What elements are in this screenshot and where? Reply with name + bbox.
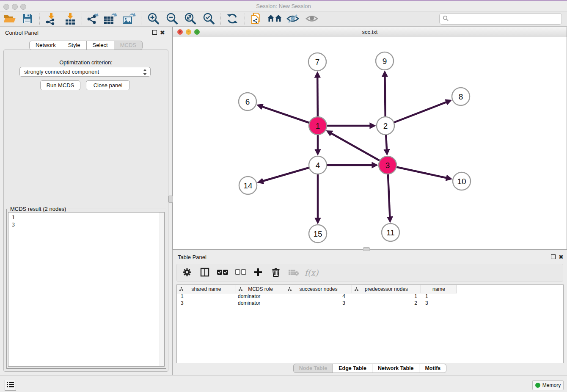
table-cell[interactable]: 1 (421, 293, 457, 300)
mcds-result-title: MCDS result (2 nodes) (8, 206, 68, 212)
memory-label: Memory (542, 382, 561, 388)
graph-node-label-6: 6 (245, 97, 250, 106)
graph-edge-2-8[interactable] (385, 102, 448, 126)
table-panel: Table Panel ✖ (173, 251, 567, 375)
graph-node-label-1: 1 (316, 121, 320, 130)
column-header-label: name (432, 286, 445, 292)
table-cell[interactable]: 1 (352, 293, 421, 300)
table-row[interactable]: 1dominator411 (177, 293, 563, 300)
table-cell[interactable]: 4 (285, 293, 352, 300)
close-panel-button[interactable]: Close panel (86, 80, 130, 90)
window-close-button[interactable] (3, 4, 9, 10)
column-header-label: successor nodes (299, 286, 337, 292)
graph-node-label-4: 4 (316, 161, 320, 170)
export-network-button[interactable] (84, 12, 101, 26)
zoom-in-button[interactable] (145, 12, 162, 26)
tab-network-table[interactable]: Network Table (372, 364, 420, 373)
tab-network[interactable]: Network (29, 41, 62, 50)
zoom-out-button[interactable] (163, 12, 180, 26)
delete-table-button[interactable] (288, 267, 300, 279)
tab-node-table[interactable]: Node Table (293, 364, 333, 373)
select-all-button[interactable] (217, 267, 228, 279)
app-title: Session: New Session (0, 1, 567, 11)
import-table-button[interactable] (62, 12, 79, 26)
close-table-panel-icon[interactable]: ✖ (559, 255, 564, 259)
developer-panel-button[interactable] (5, 380, 16, 391)
export-table-button[interactable] (102, 12, 119, 26)
close-panel-icon[interactable]: ✖ (160, 30, 165, 35)
search-input[interactable] (451, 16, 561, 22)
control-panel: Control Panel ✖ NetworkStyleSelectMCDS O… (0, 27, 172, 375)
network-minimize-button[interactable]: − (186, 29, 191, 35)
mcds-result-textarea[interactable]: 1 3 (8, 212, 165, 367)
column-header-name[interactable]: name (421, 285, 457, 293)
float-table-panel-icon[interactable] (551, 254, 556, 259)
node-table-header: shared nameMCDS rolesuccessor nodesprede… (177, 285, 457, 293)
network-close-button[interactable]: ✕ (177, 29, 183, 35)
result-scrollbar[interactable] (160, 213, 164, 366)
graph-edge-3-1[interactable] (330, 133, 388, 165)
gear-icon (182, 268, 192, 278)
tab-motifs[interactable]: Motifs (419, 364, 446, 373)
save-session-button[interactable] (19, 12, 36, 26)
search-field[interactable] (439, 13, 562, 25)
columns-icon (200, 268, 209, 278)
refresh-view-button[interactable] (224, 12, 241, 26)
table-cell[interactable]: 3 (421, 300, 457, 307)
column-header-label: MCDS role (248, 286, 273, 292)
table-cell[interactable]: 3 (285, 300, 352, 307)
network-maximize-button[interactable]: ＋ (194, 29, 200, 35)
export-image-icon (122, 12, 136, 26)
node-table: shared nameMCDS rolesuccessor nodesprede… (176, 284, 564, 363)
zoom-fit-button[interactable] (182, 12, 198, 26)
window-zoom-button[interactable] (20, 4, 26, 10)
hierarchy-icon (355, 287, 358, 293)
tab-edge-table[interactable]: Edge Table (333, 364, 372, 373)
table-cell[interactable]: 1 (177, 293, 236, 300)
hierarchy-icon (179, 287, 183, 293)
add-row-button[interactable] (252, 267, 264, 279)
float-panel-icon[interactable] (152, 30, 157, 35)
export-network-icon (85, 12, 99, 26)
checked-boxes-icon (217, 269, 228, 276)
tab-mcds[interactable]: MCDS (114, 41, 143, 50)
table-cell[interactable]: dominator (236, 300, 285, 307)
table-row[interactable]: 3dominator323 (177, 300, 563, 307)
optimization-criterion-select[interactable]: strongly connected component (19, 67, 151, 77)
vertical-splitter-handle[interactable] (168, 196, 173, 203)
toolbar-divider (220, 14, 221, 25)
table-cell[interactable]: 3 (177, 300, 236, 307)
deselect-all-button[interactable] (234, 267, 246, 279)
open-session-button[interactable] (1, 12, 18, 26)
memory-button[interactable]: Memory (532, 380, 564, 390)
hide-selected-button[interactable] (284, 12, 301, 26)
tab-style[interactable]: Style (62, 41, 87, 50)
hierarchy-icon (239, 287, 242, 293)
zoom-selected-button[interactable] (200, 12, 217, 26)
main-toolbar (0, 11, 567, 27)
selected-criterion: strongly connected component (24, 69, 99, 75)
horizontal-splitter-handle[interactable] (363, 247, 370, 251)
table-cell[interactable]: 2 (352, 300, 421, 307)
duplicate-network-button[interactable] (248, 12, 264, 26)
export-image-button[interactable] (121, 12, 138, 26)
eye-icon (305, 14, 319, 25)
delete-row-button[interactable] (270, 267, 282, 279)
show-all-button[interactable] (303, 12, 320, 26)
column-header-successor-nodes[interactable]: successor nodes (285, 285, 352, 293)
column-layout-button[interactable] (199, 267, 211, 279)
window-minimize-button[interactable] (12, 4, 18, 10)
run-mcds-button[interactable]: Run MCDS (40, 80, 80, 90)
save-floppy-icon (22, 13, 33, 25)
table-cell[interactable]: dominator (236, 293, 285, 300)
column-header-MCDS-role[interactable]: MCDS role (236, 285, 285, 293)
tab-select[interactable]: Select (86, 41, 114, 50)
network-canvas[interactable]: 7968124314101511 (173, 37, 567, 249)
import-network-icon (44, 12, 57, 26)
column-header-shared-name[interactable]: shared name (177, 285, 236, 293)
function-builder-button[interactable]: f(x) (306, 267, 317, 279)
first-neighbors-button[interactable] (266, 12, 283, 26)
import-network-button[interactable] (42, 12, 59, 26)
table-settings-gear-button[interactable] (181, 267, 193, 279)
column-header-predecessor-nodes[interactable]: predecessor nodes (352, 285, 421, 293)
